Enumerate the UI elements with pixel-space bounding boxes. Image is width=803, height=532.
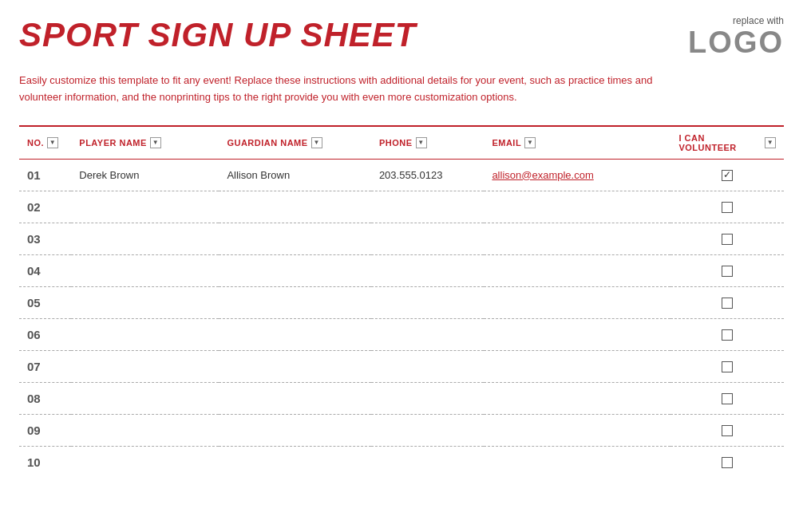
cell-player [71, 223, 219, 254]
cell-player [71, 318, 219, 350]
cell-volunteer [670, 382, 784, 414]
cell-no: 01 [19, 159, 71, 191]
header-cell-email: EMAIL▼ [484, 126, 670, 160]
cell-email [484, 382, 670, 414]
row-number: 02 [27, 200, 41, 214]
cell-phone [371, 414, 485, 446]
header-cell-volunteer: I CAN VOLUNTEER▼ [670, 126, 784, 160]
dropdown-arrow-player[interactable]: ▼ [150, 137, 161, 148]
cell-email [484, 286, 670, 318]
signup-table: NO.▼PLAYER NAME▼GUARDIAN NAME▼PHONE▼EMAI… [19, 125, 784, 479]
cell-volunteer [670, 318, 784, 350]
row-number: 05 [27, 296, 41, 309]
table-row: 01Derek BrownAllison Brown203.555.0123al… [19, 159, 784, 191]
cell-email: allison@example.com [484, 159, 670, 191]
checkbox-unchecked[interactable] [722, 393, 733, 404]
header-cell-no: NO.▼ [19, 126, 71, 160]
logo-text: LOGO [688, 26, 784, 59]
cell-player [71, 414, 219, 446]
table-body: 01Derek BrownAllison Brown203.555.0123al… [19, 159, 784, 478]
dropdown-arrow-no[interactable]: ▼ [47, 137, 58, 148]
cell-guardian [219, 414, 371, 446]
cell-guardian [219, 382, 371, 414]
table-row: 10 [19, 446, 784, 478]
cell-volunteer [670, 223, 784, 254]
col-label-player: PLAYER NAME [79, 138, 147, 148]
cell-no: 05 [19, 286, 71, 318]
checkbox-unchecked[interactable] [722, 457, 733, 468]
header-cell-guardian: GUARDIAN NAME▼ [219, 126, 371, 160]
cell-no: 09 [19, 414, 71, 446]
dropdown-arrow-email[interactable]: ▼ [524, 137, 536, 148]
cell-email [484, 414, 670, 446]
checkbox-checked[interactable] [722, 170, 733, 181]
checkbox-unchecked[interactable] [722, 298, 733, 309]
cell-guardian: Allison Brown [219, 159, 371, 191]
cell-phone [371, 382, 485, 414]
dropdown-arrow-phone[interactable]: ▼ [416, 137, 427, 148]
table-row: 03 [19, 223, 784, 254]
cell-no: 02 [19, 191, 71, 223]
col-label-volunteer: I CAN VOLUNTEER [678, 133, 761, 152]
cell-email [484, 350, 670, 382]
cell-no: 10 [19, 446, 71, 478]
cell-guardian [219, 191, 371, 223]
cell-no: 08 [19, 382, 71, 414]
header-row: NO.▼PLAYER NAME▼GUARDIAN NAME▼PHONE▼EMAI… [19, 126, 784, 160]
cell-guardian [219, 318, 371, 350]
cell-volunteer [670, 446, 784, 478]
header-cell-player: PLAYER NAME▼ [71, 126, 219, 160]
email-link[interactable]: allison@example.com [492, 169, 593, 181]
col-label-phone: PHONE [379, 138, 413, 148]
cell-phone [371, 254, 485, 286]
dropdown-arrow-volunteer[interactable]: ▼ [765, 137, 776, 148]
cell-volunteer [670, 191, 784, 223]
cell-email [484, 254, 670, 286]
cell-email [484, 191, 670, 223]
row-number: 04 [27, 264, 41, 278]
cell-player [71, 191, 219, 223]
table-row: 08 [19, 382, 784, 414]
col-label-no: NO. [27, 138, 44, 148]
checkbox-unchecked[interactable] [722, 361, 733, 372]
row-number: 09 [27, 424, 41, 437]
cell-no: 04 [19, 254, 71, 286]
cell-guardian [219, 446, 371, 478]
logo-area: replace with LOGO [688, 16, 784, 60]
checkbox-unchecked[interactable] [722, 202, 733, 213]
table-row: 02 [19, 191, 784, 223]
cell-phone [371, 223, 485, 254]
table-row: 09 [19, 414, 784, 446]
cell-player [71, 382, 219, 414]
col-label-guardian: GUARDIAN NAME [227, 138, 307, 148]
cell-volunteer [670, 350, 784, 382]
cell-phone [371, 286, 485, 318]
checkbox-unchecked[interactable] [722, 234, 733, 245]
table-header: NO.▼PLAYER NAME▼GUARDIAN NAME▼PHONE▼EMAI… [19, 126, 784, 160]
cell-player [71, 254, 219, 286]
cell-player [71, 446, 219, 478]
header-cell-phone: PHONE▼ [371, 126, 485, 160]
cell-phone [371, 350, 485, 382]
row-number: 03 [27, 232, 41, 246]
cell-email [484, 446, 670, 478]
cell-guardian [219, 254, 371, 286]
table-row: 07 [19, 350, 784, 382]
cell-phone [371, 318, 485, 350]
page-header: Sport Sign Up Sheet replace with LOGO [19, 16, 784, 60]
dropdown-arrow-guardian[interactable]: ▼ [311, 137, 322, 148]
cell-volunteer [670, 414, 784, 446]
description-text: Easily customize this template to fit an… [19, 73, 658, 106]
cell-player: Derek Brown [71, 159, 219, 191]
page-title: Sport Sign Up Sheet [19, 16, 416, 54]
cell-volunteer [670, 254, 784, 286]
checkbox-unchecked[interactable] [722, 425, 733, 436]
cell-player [71, 286, 219, 318]
checkbox-unchecked[interactable] [722, 266, 733, 277]
row-number: 07 [27, 360, 41, 373]
col-label-email: EMAIL [492, 138, 521, 148]
cell-phone [371, 191, 485, 223]
cell-email [484, 318, 670, 350]
checkbox-unchecked[interactable] [722, 329, 733, 341]
cell-guardian [219, 350, 371, 382]
